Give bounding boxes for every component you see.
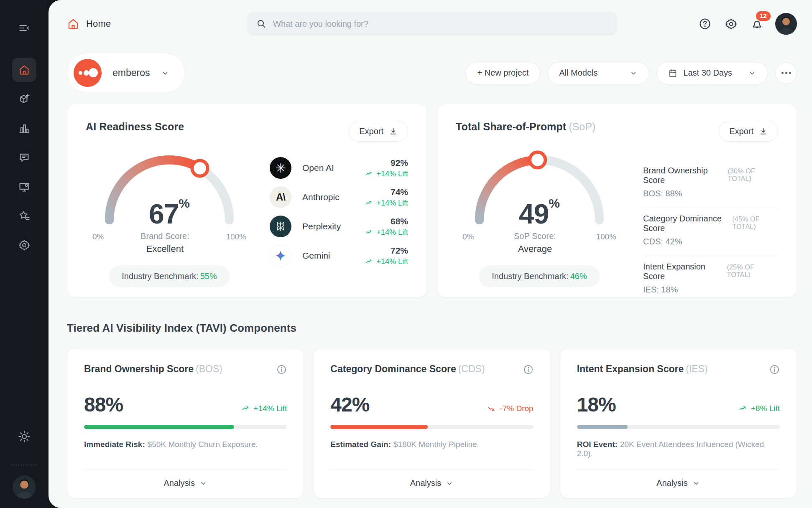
trend-up-icon [365, 229, 373, 236]
model-row-gemini: Gemini 72% +14% Lift [270, 241, 408, 270]
notifications-button[interactable]: 12 [749, 16, 764, 31]
sidebar-item-device-settings[interactable] [12, 175, 36, 199]
user-avatar[interactable] [775, 13, 797, 35]
model-name: Open AI [302, 163, 365, 173]
openai-icon: ✳ [270, 157, 291, 179]
cds-description: Estimated Gain:$180K Monthly Pipeline. [330, 440, 533, 449]
help-icon [699, 18, 711, 30]
sop-card: Total Share-of-Prompt(SoP) Export [437, 104, 797, 297]
ies-progress-bar [577, 425, 780, 429]
sidebar [0, 0, 49, 508]
export-label: Export [729, 127, 753, 136]
model-lift: +14% Lift [365, 228, 408, 237]
bos-analysis-toggle[interactable]: Analysis [84, 470, 287, 498]
project-logo-icon [74, 59, 102, 87]
new-project-label: + New project [477, 68, 529, 78]
more-options-button[interactable] [775, 62, 797, 84]
sidebar-item-home[interactable] [12, 58, 36, 82]
trend-up-icon [365, 199, 373, 207]
component-score: CDS: 42% [643, 237, 778, 246]
download-icon [389, 127, 398, 136]
perplexity-icon [270, 216, 291, 237]
info-icon[interactable] [523, 364, 534, 376]
date-range-select[interactable]: Last 30 Days [656, 62, 768, 84]
chevron-down-icon [748, 69, 756, 77]
search-input[interactable] [273, 19, 608, 29]
bos-progress-bar [84, 425, 287, 429]
project-name: emberos [112, 67, 150, 79]
bos-change: +14% Lift [242, 404, 287, 413]
sop-component-row: Brand Ownership Score (30% OF TOTAL) BOS… [643, 160, 778, 208]
sidebar-divider [11, 465, 37, 465]
sidebar-item-analytics[interactable] [12, 116, 36, 140]
collapse-sidebar-icon[interactable] [12, 16, 36, 40]
model-score: 68% [365, 216, 408, 226]
ai-readiness-card: AI Readiness Score Export [67, 104, 427, 297]
sidebar-item-settings[interactable] [12, 233, 36, 257]
gauge-max-label: 100% [596, 231, 616, 241]
calendar-icon [668, 69, 677, 78]
model-name: Anthropic [302, 192, 365, 202]
model-name: Perplexity [302, 221, 365, 231]
readiness-score-caption: Brand Score: Excellent [140, 231, 189, 254]
ies-description: ROI Event:20K Event Attendees Influenced… [577, 440, 780, 458]
breadcrumb[interactable]: Home [67, 18, 176, 30]
trend-up-icon [242, 404, 250, 413]
theme-toggle-sun-icon[interactable] [12, 424, 36, 449]
component-name: Category Dominance Score [643, 214, 732, 233]
component-name: Brand Ownership Score [643, 166, 728, 185]
help-button[interactable] [697, 16, 712, 31]
sidebar-item-conversations[interactable] [12, 145, 36, 170]
gauge-min-label: 0% [462, 231, 474, 241]
date-range-label: Last 30 Days [683, 68, 732, 78]
cds-change: -7% Drop [488, 404, 533, 413]
new-project-button[interactable]: + New project [465, 62, 540, 84]
sidebar-item-new-project[interactable] [12, 87, 36, 111]
sidebar-user-avatar[interactable] [13, 475, 36, 499]
sop-title: Total Share-of-Prompt(SoP) [456, 121, 596, 133]
ies-analysis-toggle[interactable]: Analysis [577, 470, 780, 498]
model-row-openai: ✳ Open AI 92% +14% Lift [270, 153, 408, 183]
model-lift: +14% Lift [365, 257, 408, 266]
component-weight: (25% OF TOTAL) [727, 264, 778, 279]
toolbar-row: emberos + New project All Models Last 30… [67, 53, 797, 93]
home-icon [67, 18, 79, 30]
search-icon [256, 19, 266, 29]
component-score: IES: 18% [643, 285, 778, 295]
gauge-min-label: 0% [92, 231, 104, 241]
ies-title: Intent Expansion Score(IES) [577, 363, 708, 375]
top-actions: 12 [688, 13, 797, 35]
project-selector[interactable]: emberos [67, 53, 185, 93]
trend-down-icon [488, 404, 496, 413]
models-filter-select[interactable]: All Models [547, 62, 649, 84]
notification-badge: 12 [756, 11, 771, 21]
tavi-section-heading: Tiered AI Visibility Index (TAVI) Compon… [67, 322, 797, 335]
export-button[interactable]: Export [349, 121, 408, 142]
gear-icon [725, 18, 738, 30]
model-row-perplexity: Perplexity 68% +14% Lift [270, 212, 408, 241]
main-panel: Home 12 emberos [49, 0, 812, 508]
model-lift: +14% Lift [365, 170, 408, 178]
trend-up-icon [739, 404, 747, 413]
model-score: 92% [365, 158, 408, 168]
model-row-anthropic: A\ Anthropic 74% +14% Lift [270, 183, 408, 212]
trend-up-icon [365, 170, 373, 178]
sidebar-item-favorites[interactable] [12, 204, 36, 228]
export-button[interactable]: Export [719, 121, 778, 142]
sop-component-row: Category Dominance Score (45% OF TOTAL) … [643, 208, 778, 256]
info-icon[interactable] [276, 364, 287, 376]
gauge-max-label: 100% [226, 231, 246, 241]
cds-card: Category Dominance Score(CDS) 42% -7% Dr… [313, 348, 550, 498]
tavi-cards-row: Brand Ownership Score(BOS) 88% +14% Lift… [67, 348, 797, 498]
search-bar[interactable] [247, 12, 617, 36]
chevron-down-icon [199, 479, 207, 488]
settings-button[interactable] [723, 16, 738, 31]
cds-progress-bar [330, 425, 533, 429]
anthropic-icon: A\ [270, 186, 291, 208]
component-weight: (30% OF TOTAL) [728, 168, 778, 183]
cds-analysis-toggle[interactable]: Analysis [330, 470, 533, 498]
sidebar-footer [0, 424, 49, 499]
chevron-down-icon [692, 479, 700, 488]
info-icon[interactable] [769, 364, 780, 376]
ies-card: Intent Expansion Score(IES) 18% +8% Lift… [560, 348, 797, 498]
